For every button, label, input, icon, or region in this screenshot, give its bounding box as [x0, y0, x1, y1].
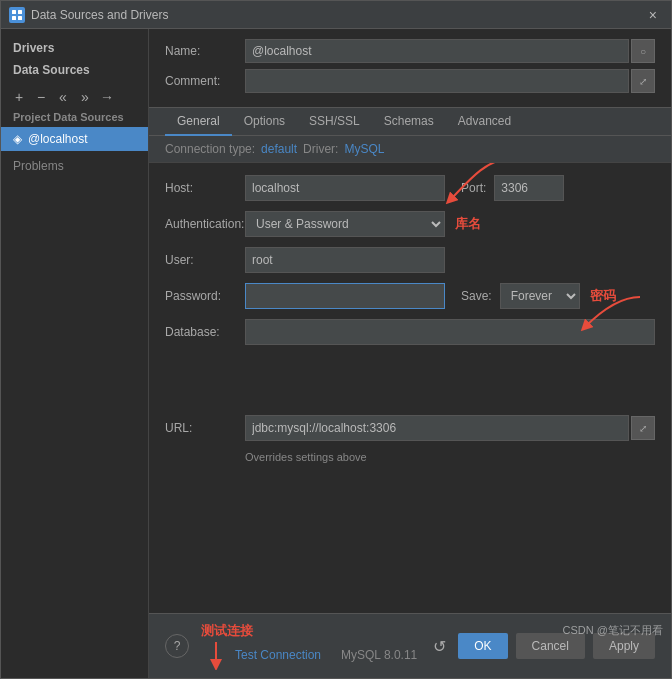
user-label: User: — [165, 253, 245, 267]
prev-button[interactable]: « — [53, 87, 73, 107]
tab-schemas[interactable]: Schemas — [372, 108, 446, 136]
tab-sshssl[interactable]: SSH/SSL — [297, 108, 372, 136]
main-form: Host: Port: Authentication: User & Passw… — [149, 163, 671, 613]
host-row: Host: Port: — [165, 175, 655, 201]
user-row: User: — [165, 247, 655, 273]
name-row: Name: ○ — [165, 39, 655, 63]
host-input[interactable] — [245, 175, 445, 201]
sidebar-toolbar: + − « » → — [1, 85, 148, 109]
title-bar: Data Sources and Drivers × — [1, 1, 671, 29]
connection-type-bar: Connection type: default Driver: MySQL — [149, 136, 671, 163]
url-row: URL: ⤢ — [165, 415, 655, 441]
user-input[interactable] — [245, 247, 445, 273]
host-label: Host: — [165, 181, 245, 195]
url-label: URL: — [165, 421, 245, 435]
sidebar: Drivers Data Sources + − « » → Project D… — [1, 29, 149, 678]
datasources-header[interactable]: Data Sources — [1, 59, 148, 81]
test-arrow-icon — [201, 640, 231, 670]
database-label: Database: — [165, 325, 245, 339]
remove-button[interactable]: − — [31, 87, 51, 107]
password-label: Password: — [165, 289, 245, 303]
mima-annotation: 密码 — [590, 287, 616, 305]
problems-label: Problems — [13, 159, 64, 173]
auth-label: Authentication: — [165, 217, 245, 231]
ok-button[interactable]: OK — [458, 633, 507, 659]
app-icon — [9, 7, 25, 23]
comment-input[interactable] — [245, 69, 629, 93]
save-section: Save: Forever For session Never — [461, 283, 580, 309]
test-section: 测试连接 Test Connection MySQL 8.0.11 — [201, 622, 417, 670]
bottom-right-buttons: ↺ OK Cancel Apply — [429, 633, 655, 660]
comment-row: Comment: ⤢ — [165, 69, 655, 93]
connection-type-value[interactable]: default — [261, 142, 297, 156]
drivers-header[interactable]: Drivers — [1, 37, 148, 59]
tab-advanced[interactable]: Advanced — [446, 108, 523, 136]
spacer — [165, 355, 655, 415]
url-field-wrapper: ⤢ — [245, 415, 655, 441]
svg-rect-3 — [18, 16, 22, 20]
refresh-button[interactable]: ↺ — [429, 633, 450, 660]
name-input[interactable] — [245, 39, 629, 63]
name-field-wrapper: ○ — [245, 39, 655, 63]
url-expand-btn[interactable]: ⤢ — [631, 416, 655, 440]
mysql-version-text: MySQL 8.0.11 — [341, 648, 417, 662]
auth-select[interactable]: User & Password No auth pgpass SSH Tunne… — [245, 211, 445, 237]
svg-rect-2 — [12, 16, 16, 20]
tab-options[interactable]: Options — [232, 108, 297, 136]
connection-type-label: Connection type: — [165, 142, 255, 156]
close-button[interactable]: × — [643, 5, 663, 25]
kuming-annotation: 库名 — [455, 215, 481, 233]
comment-expand-btn[interactable]: ⤢ — [631, 69, 655, 93]
name-expand-btn[interactable]: ○ — [631, 39, 655, 63]
test-connection-link[interactable]: Test Connection — [235, 648, 321, 662]
url-input[interactable] — [245, 415, 629, 441]
title-text: Data Sources and Drivers — [31, 8, 643, 22]
move-button[interactable]: → — [97, 87, 117, 107]
next-button[interactable]: » — [75, 87, 95, 107]
test-annotation-text: 测试连接 — [201, 622, 253, 640]
auth-row: Authentication: User & Password No auth … — [165, 211, 655, 237]
cancel-button[interactable]: Cancel — [516, 633, 585, 659]
datasource-icon: ◈ — [13, 132, 22, 146]
save-label: Save: — [461, 289, 492, 303]
drivers-section: Drivers Data Sources — [1, 29, 148, 85]
tab-general[interactable]: General — [165, 108, 232, 136]
main-dialog: Data Sources and Drivers × Drivers Data … — [0, 0, 672, 679]
help-button[interactable]: ? — [165, 634, 189, 658]
kuming-text: 库名 — [455, 216, 481, 231]
kuming-arrow — [445, 163, 525, 205]
save-select[interactable]: Forever For session Never — [500, 283, 580, 309]
add-button[interactable]: + — [9, 87, 29, 107]
datasource-item-label: @localhost — [28, 132, 88, 146]
driver-value[interactable]: MySQL — [344, 142, 384, 156]
main-panel: Name: ○ Comment: ⤢ General Opti — [149, 29, 671, 678]
password-input[interactable] — [245, 283, 445, 309]
project-sources-label: Project Data Sources — [1, 109, 148, 127]
svg-rect-1 — [18, 10, 22, 14]
form-header: Name: ○ Comment: ⤢ — [149, 29, 671, 108]
url-hint: Overrides settings above — [165, 451, 655, 463]
datasource-item-localhost[interactable]: ◈ @localhost — [1, 127, 148, 151]
apply-button[interactable]: Apply — [593, 633, 655, 659]
mima-arrow — [580, 292, 660, 342]
problems-section: Problems — [1, 151, 148, 181]
password-row: Password: Save: Forever For session Neve… — [165, 283, 655, 309]
comment-label: Comment: — [165, 74, 245, 88]
svg-rect-0 — [12, 10, 16, 14]
comment-field-wrapper: ⤢ — [245, 69, 655, 93]
name-label: Name: — [165, 44, 245, 58]
test-row: Test Connection MySQL 8.0.11 — [201, 640, 417, 670]
bottom-bar: ? 测试连接 Test Connection — [149, 613, 671, 678]
tab-bar: General Options SSH/SSL Schemas Advanced — [149, 108, 671, 136]
content-area: Drivers Data Sources + − « » → Project D… — [1, 29, 671, 678]
driver-label: Driver: — [303, 142, 338, 156]
